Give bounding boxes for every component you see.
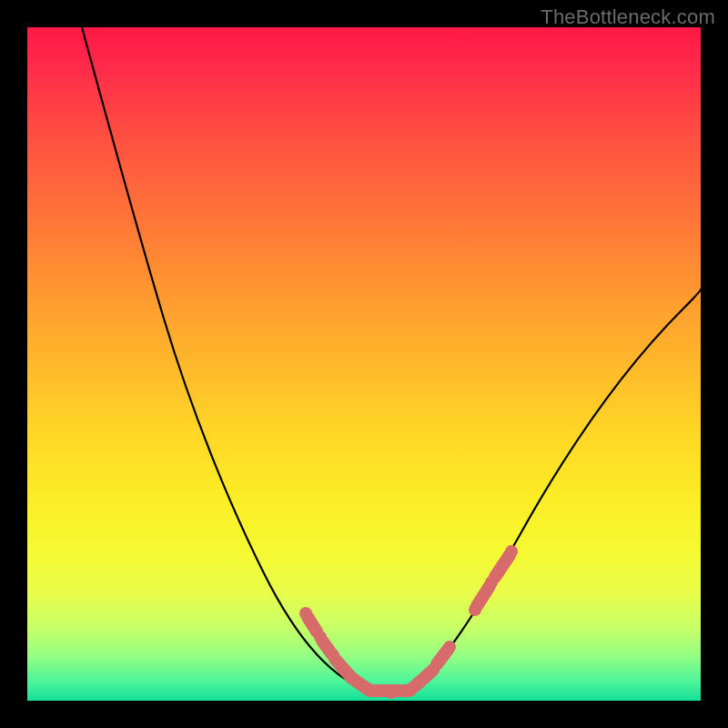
marker-dot [427, 663, 440, 676]
watermark-brand: TheBottleneck.com [541, 5, 715, 29]
marker-seg-l1 [308, 617, 317, 632]
bottleneck-curve [82, 27, 701, 693]
marker-dot [327, 649, 339, 662]
marker-dot [385, 686, 398, 699]
marker-seg-r3 [477, 586, 490, 606]
marker-dot [505, 545, 518, 558]
marker-dot [299, 607, 312, 620]
plot-area [27, 27, 701, 701]
marker-dot [361, 682, 374, 695]
marker-dot [443, 641, 456, 653]
marker-seg-r4 [495, 555, 510, 577]
marker-dot [343, 669, 356, 682]
marker-dot [314, 631, 327, 643]
chart-frame: TheBottleneck.com [0, 0, 728, 728]
marker-dot [469, 603, 481, 616]
chart-svg [27, 27, 701, 701]
marker-dot [485, 576, 498, 589]
marker-dot [405, 682, 418, 695]
